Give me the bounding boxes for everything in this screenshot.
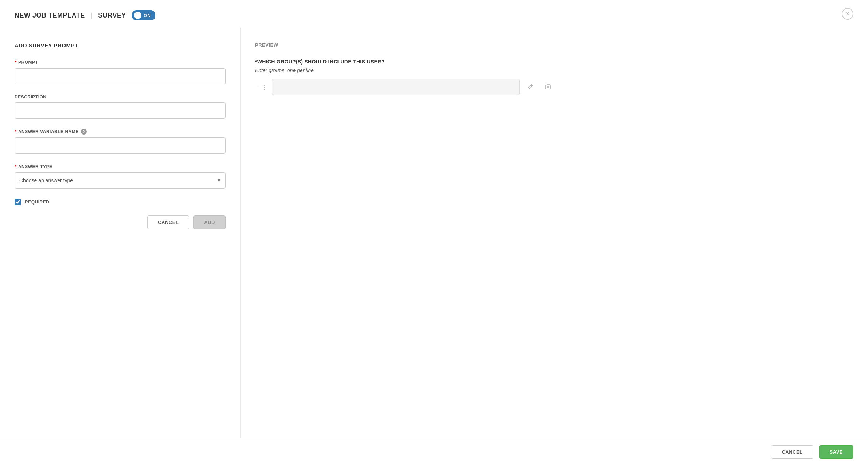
required-label: REQUIRED: [25, 199, 49, 205]
new-job-template-title: NEW JOB TEMPLATE: [15, 12, 85, 19]
description-label-text: DESCRIPTION: [15, 94, 47, 100]
answer-variable-name-group: * ANSWER VARIABLE NAME ?: [15, 129, 226, 154]
answer-variable-help-icon[interactable]: ?: [81, 129, 87, 135]
required-checkbox[interactable]: [15, 199, 21, 205]
answer-variable-required-star: *: [15, 129, 17, 135]
required-group: REQUIRED: [15, 199, 226, 205]
preview-answer-input[interactable]: [272, 79, 520, 95]
prompt-group: * PROMPT: [15, 59, 226, 84]
right-panel: PREVIEW *WHICH GROUP(S) SHOULD INCLUDE T…: [241, 28, 868, 438]
header-divider: |: [91, 12, 93, 19]
add-survey-prompt-title: ADD SURVEY PROMPT: [15, 42, 226, 48]
svg-rect-0: [546, 85, 551, 89]
header: NEW JOB TEMPLATE | SURVEY ON ×: [0, 0, 868, 28]
answer-variable-name-input[interactable]: [15, 137, 226, 154]
survey-toggle[interactable]: ON: [132, 10, 155, 20]
form-actions: CANCEL ADD: [15, 215, 226, 229]
answer-type-label-text: ANSWER TYPE: [18, 164, 52, 169]
description-input[interactable]: [15, 102, 226, 119]
question-text: WHICH GROUP(S) SHOULD INCLUDE THIS USER?: [257, 59, 385, 65]
page-container: NEW JOB TEMPLATE | SURVEY ON × ADD SURVE…: [0, 0, 868, 466]
description-group: DESCRIPTION: [15, 94, 226, 119]
toggle-label: ON: [144, 13, 151, 18]
description-label: DESCRIPTION: [15, 94, 226, 100]
answer-type-label: * ANSWER TYPE: [15, 164, 226, 170]
edit-button[interactable]: [524, 81, 537, 94]
preview-hint: Enter groups, one per line.: [255, 67, 853, 73]
footer: CANCEL SAVE: [0, 438, 868, 466]
preview-answer-row: ⋮⋮: [255, 79, 853, 95]
footer-cancel-button[interactable]: CANCEL: [771, 445, 813, 459]
left-panel: ADD SURVEY PROMPT * PROMPT DESCRIPTION: [0, 28, 241, 438]
close-icon: ×: [846, 10, 850, 18]
toggle-knob: [134, 12, 141, 19]
answer-type-required-star: *: [15, 164, 17, 170]
answer-type-group: * ANSWER TYPE Choose an answer type Text…: [15, 164, 226, 189]
drag-handle-icon: ⋮⋮: [255, 84, 267, 91]
prompt-required-star: *: [15, 59, 17, 65]
prompt-label-text: PROMPT: [18, 60, 38, 65]
trash-icon: [545, 83, 551, 92]
answer-variable-name-label: * ANSWER VARIABLE NAME ?: [15, 129, 226, 135]
answer-variable-name-label-text: ANSWER VARIABLE NAME: [18, 129, 79, 134]
add-button[interactable]: ADD: [193, 215, 226, 229]
preview-title: PREVIEW: [255, 42, 853, 48]
footer-save-button[interactable]: SAVE: [819, 445, 853, 459]
answer-type-select-wrapper: Choose an answer type Text Textarea Pass…: [15, 172, 226, 189]
delete-button[interactable]: [541, 81, 555, 94]
prompt-label: * PROMPT: [15, 59, 226, 65]
cancel-button[interactable]: CANCEL: [147, 215, 189, 229]
prompt-input[interactable]: [15, 68, 226, 84]
main-content: ADD SURVEY PROMPT * PROMPT DESCRIPTION: [0, 28, 868, 438]
survey-toggle-container[interactable]: ON: [132, 10, 155, 20]
edit-icon: [527, 83, 534, 92]
answer-type-select[interactable]: Choose an answer type Text Textarea Pass…: [15, 172, 226, 189]
preview-question: *WHICH GROUP(S) SHOULD INCLUDE THIS USER…: [255, 59, 853, 65]
close-button[interactable]: ×: [842, 8, 853, 20]
survey-title: SURVEY: [98, 12, 126, 19]
